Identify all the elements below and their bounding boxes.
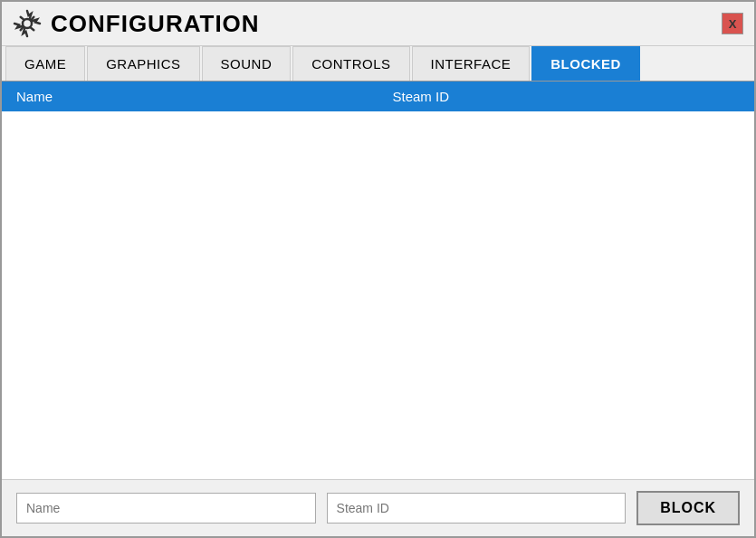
tab-interface[interactable]: INTERFACE <box>412 46 531 81</box>
column-header-steamid: Steam ID <box>378 82 755 111</box>
footer: BLOCK <box>2 479 754 536</box>
table-header: Name Steam ID <box>2 82 754 111</box>
name-input[interactable] <box>16 493 316 524</box>
steamid-input[interactable] <box>327 493 627 524</box>
tab-blocked[interactable]: BLOCKED <box>531 46 640 81</box>
block-button[interactable]: BLOCK <box>636 491 740 525</box>
tab-controls[interactable]: CONTROLS <box>292 46 409 81</box>
close-button[interactable]: X <box>722 13 743 34</box>
table-body <box>2 111 754 479</box>
tab-sound[interactable]: SOUND <box>202 46 292 81</box>
tab-graphics[interactable]: GRAPHICS <box>87 46 199 81</box>
content-area: Name Steam ID <box>2 82 754 479</box>
column-header-name: Name <box>2 82 378 111</box>
tab-game[interactable]: GAME <box>5 46 85 81</box>
title-bar: CONFIGURATION X <box>2 2 754 46</box>
gear-icon <box>13 9 42 38</box>
tab-bar: GAME GRAPHICS SOUND CONTROLS INTERFACE B… <box>2 46 754 82</box>
window-title: CONFIGURATION <box>51 10 722 38</box>
configuration-window: CONFIGURATION X GAME GRAPHICS SOUND CONT… <box>0 0 756 538</box>
